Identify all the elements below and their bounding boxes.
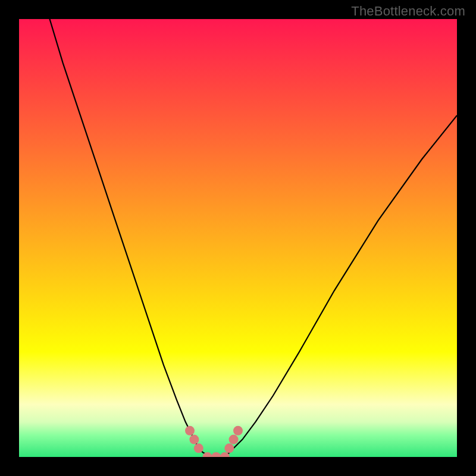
highlight-marker xyxy=(229,435,239,444)
chart-frame xyxy=(19,19,457,457)
highlight-marker xyxy=(224,443,234,453)
highlight-marker xyxy=(194,443,203,453)
highlight-marker xyxy=(189,435,199,444)
watermark-text: TheBottleneck.com xyxy=(351,4,465,19)
highlight-marker xyxy=(185,426,195,436)
bottleneck-curve-line xyxy=(50,19,458,457)
highlight-marker xyxy=(233,426,243,436)
highlight-marker xyxy=(211,452,221,457)
chart-svg xyxy=(19,19,457,457)
highlight-markers-group xyxy=(185,426,243,457)
